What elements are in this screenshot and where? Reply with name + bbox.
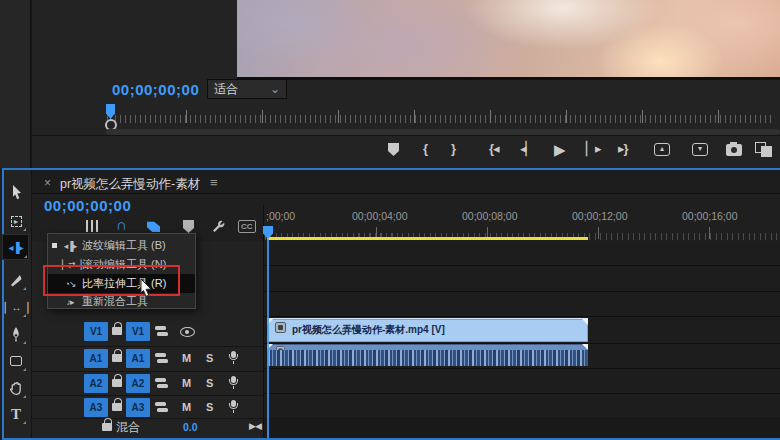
ripple-edit-tool-active[interactable]: ◂▐▸	[2, 234, 29, 260]
lock-icon-mix[interactable]	[102, 423, 112, 431]
video-preview	[237, 0, 780, 77]
captions-icon[interactable]: CC	[238, 220, 256, 233]
track-select-tool[interactable]: ▸	[4, 209, 28, 233]
voiceover-mic-icon-a3[interactable]	[227, 400, 239, 414]
mute-button-a1[interactable]: M	[182, 352, 191, 364]
audio-clip[interactable]	[267, 344, 588, 366]
lane-separator	[196, 368, 780, 369]
lift-icon[interactable]: ▴	[654, 143, 670, 156]
source-patch-v1[interactable]: V1	[84, 322, 108, 341]
step-forward-icon[interactable]: ▏▸	[586, 141, 601, 156]
timeline-settings-wrench-icon[interactable]	[210, 217, 226, 233]
menu-item-ripple-edit-tool[interactable]: ◂▐▸ 波纹编辑工具 (B)	[48, 236, 195, 255]
pan-icon[interactable]: ▶◀	[249, 421, 261, 431]
razor-tool[interactable]	[4, 268, 28, 292]
mark-out-icon[interactable]: }	[451, 141, 455, 156]
play-icon[interactable]: ▶	[554, 141, 565, 159]
sync-lock-icon-a3[interactable]	[155, 402, 168, 413]
track-select-icon: ▸	[11, 216, 22, 227]
rectangle-tool[interactable]	[4, 349, 28, 373]
toggle-output-eye-icon-v1[interactable]	[180, 327, 195, 337]
lane-separator	[196, 316, 780, 317]
lock-icon-a3[interactable]	[112, 403, 122, 411]
add-marker-icon[interactable]	[388, 143, 399, 156]
lane-separator	[196, 393, 780, 394]
go-to-in-icon[interactable]: {◂	[489, 141, 499, 156]
lock-icon-a1[interactable]	[112, 354, 122, 362]
divider	[31, 135, 780, 136]
nested-sequence-icon[interactable]	[86, 220, 98, 232]
solo-button-a2[interactable]: S	[206, 377, 213, 389]
zoom-fit-select[interactable]: 适合 ⌄	[207, 79, 287, 99]
timeline-timecode[interactable]: 00;00;00;00	[44, 197, 131, 214]
audio-waveform	[268, 358, 587, 366]
header-separator	[32, 395, 263, 396]
rectangle-icon	[10, 356, 22, 366]
go-to-out-icon[interactable]: ▸}	[618, 141, 628, 156]
selection-arrow-icon	[9, 184, 24, 201]
snap-magnet-icon[interactable]: ∩	[116, 216, 127, 233]
annotation-highlight-box	[43, 265, 180, 296]
lock-icon-a2[interactable]	[112, 379, 122, 387]
sequence-tab[interactable]: pr视频怎么弄慢动作-素材	[60, 176, 200, 193]
video-clip[interactable]: pr视频怎么弄慢动作-素材.mp4 [V]	[267, 318, 588, 342]
track-target-a1[interactable]: A1	[126, 349, 150, 368]
program-monitor-panel: 00;00;00;00 适合 ⌄ { } {◂ ◂▏ ▶ ▏▸ ▸} ▴ ▾	[0, 0, 780, 168]
track-target-a3[interactable]: A3	[126, 398, 150, 417]
type-tool[interactable]: T	[4, 402, 28, 426]
playhead-line	[267, 239, 269, 438]
mouse-cursor	[138, 278, 154, 298]
pen-icon	[10, 326, 22, 342]
monitor-timecode[interactable]: 00;00;00;00	[112, 81, 199, 98]
extract-icon[interactable]: ▾	[692, 143, 708, 156]
sync-lock-icon-v1[interactable]	[155, 326, 168, 337]
track-target-a2[interactable]: A2	[126, 374, 150, 393]
header-separator	[32, 418, 263, 419]
monitor-scrub-ruler[interactable]	[106, 106, 774, 124]
voiceover-mic-icon-a1[interactable]	[227, 351, 239, 365]
comparison-view-icon[interactable]	[755, 142, 773, 157]
header-separator	[32, 346, 263, 347]
slip-icon: ▏↔▕	[5, 302, 27, 313]
render-bar-yellow	[267, 237, 588, 240]
header-separator	[32, 371, 263, 372]
solo-button-a3[interactable]: S	[206, 401, 213, 413]
mute-button-a2[interactable]: M	[182, 377, 191, 389]
audio-waveform	[268, 350, 587, 358]
remix-icon: ♪▸	[62, 297, 78, 307]
chevron-down-icon: ⌄	[270, 82, 280, 96]
premiere-pro-window: 00;00;00;00 适合 ⌄ { } {◂ ◂▏ ▶ ▏▸ ▸} ▴ ▾	[0, 0, 780, 440]
lane-separator	[196, 291, 780, 292]
clip-corner-handle	[582, 319, 588, 325]
ripple-edit-icon: ◂▐▸	[62, 241, 78, 251]
mix-volume-value[interactable]: 0.0	[183, 421, 198, 433]
track-target-v1[interactable]: V1	[126, 322, 150, 341]
preview-bottom-edge	[237, 77, 780, 80]
voiceover-mic-icon-a2[interactable]	[227, 376, 239, 390]
video-clip-label: pr视频怎么弄慢动作-素材.mp4 [V]	[292, 323, 445, 337]
lock-icon-v1[interactable]	[112, 327, 122, 335]
sync-lock-icon-a1[interactable]	[155, 353, 168, 364]
export-frame-icon[interactable]	[726, 144, 742, 156]
mute-button-a3[interactable]: M	[182, 401, 191, 413]
razor-icon	[9, 273, 23, 288]
solo-button-a1[interactable]: S	[206, 352, 213, 364]
panel-menu-icon[interactable]: ≡	[210, 175, 218, 190]
hand-tool[interactable]	[4, 376, 28, 400]
fx-badge-icon	[275, 322, 286, 333]
comparison-front-square	[761, 146, 772, 157]
close-icon[interactable]: ×	[44, 176, 51, 190]
selection-tool[interactable]	[4, 180, 28, 204]
mix-track-label: 混合	[116, 419, 140, 436]
mark-in-icon[interactable]: {	[423, 141, 427, 156]
source-patch-a3[interactable]: A3	[84, 398, 108, 417]
sync-lock-icon-a2[interactable]	[155, 378, 168, 389]
menu-item-label: 波纹编辑工具 (B)	[82, 238, 166, 253]
pen-tool[interactable]	[4, 322, 28, 346]
source-patch-a1[interactable]: A1	[84, 349, 108, 368]
source-patch-a2[interactable]: A2	[84, 374, 108, 393]
zoom-fit-value: 适合	[214, 81, 238, 98]
hand-icon	[9, 381, 23, 396]
slip-tool[interactable]: ▏↔▕	[4, 295, 28, 319]
step-back-icon[interactable]: ◂▏	[520, 141, 535, 156]
